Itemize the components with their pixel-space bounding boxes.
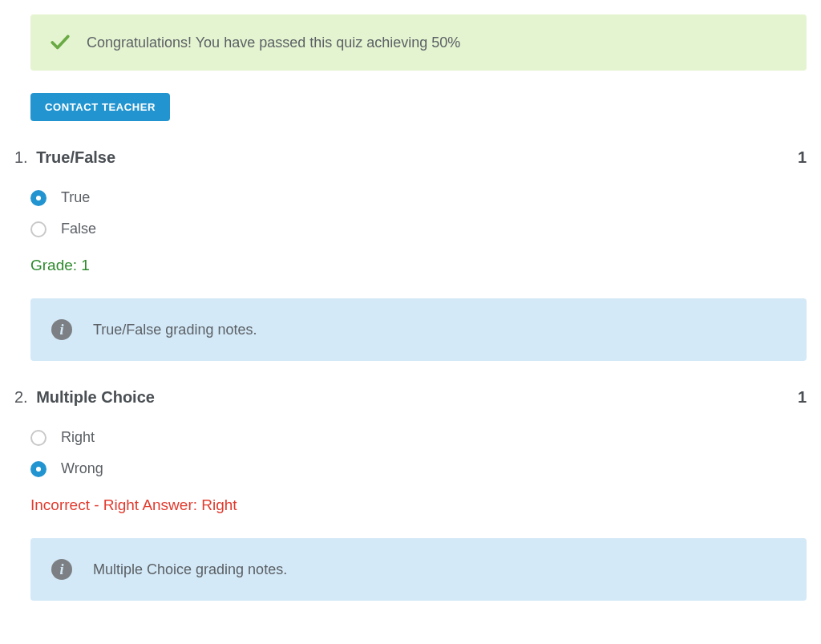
success-message: Congratulations! You have passed this qu… [87,34,460,51]
grading-notes-box: i True/False grading notes. [30,298,807,361]
question-title: True/False [36,148,115,166]
question-number: 1. [14,148,28,166]
info-icon: i [51,559,72,580]
question-options: True False [30,189,807,237]
question-points: 1 [798,148,807,167]
question-header: 2. Multiple Choice 1 [14,388,807,407]
option-label: Right [61,429,95,446]
option-label: False [61,221,96,237]
question-title: Multiple Choice [36,388,155,406]
grade-feedback: Grade: 1 [30,257,807,274]
info-icon: i [51,319,72,340]
grade-feedback: Incorrect - Right Answer: Right [30,496,807,514]
grading-notes-box: i Multiple Choice grading notes. [30,538,807,601]
radio-icon [30,190,47,206]
radio-icon [30,461,47,477]
contact-teacher-button[interactable]: Contact Teacher [30,93,170,121]
question-header: 1. True/False 1 [14,148,807,167]
success-banner: Congratulations! You have passed this qu… [30,14,807,71]
check-icon [50,32,71,53]
question-1: 1. True/False 1 True False Grade: 1 i Tr… [14,148,807,361]
option-false[interactable]: False [30,221,807,237]
option-label: Wrong [61,460,103,477]
option-label: True [61,189,90,206]
grading-notes-text: True/False grading notes. [93,322,257,338]
option-right[interactable]: Right [30,429,807,446]
option-wrong[interactable]: Wrong [30,460,807,477]
question-2: 2. Multiple Choice 1 Right Wrong Incorre… [14,388,807,601]
question-points: 1 [798,388,807,407]
radio-icon [30,221,47,237]
grading-notes-text: Multiple Choice grading notes. [93,561,287,578]
option-true[interactable]: True [30,189,807,206]
radio-icon [30,430,47,446]
question-options: Right Wrong [30,429,807,477]
question-number: 2. [14,388,28,406]
